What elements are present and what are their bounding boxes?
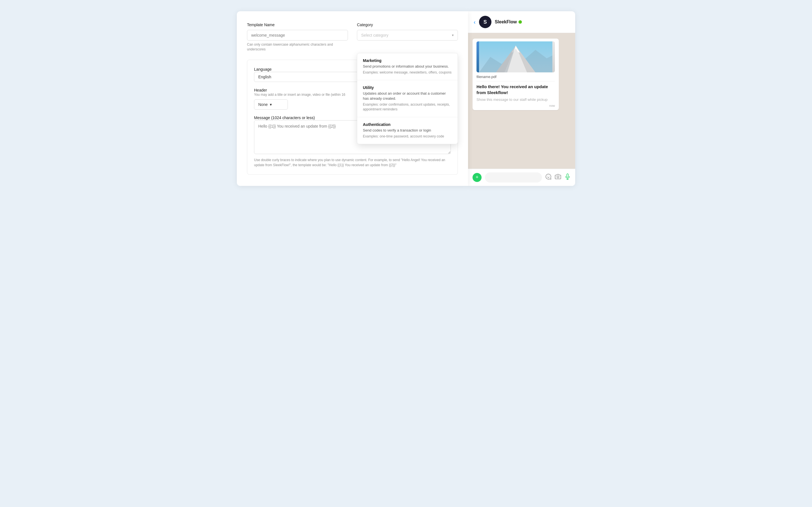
bubble-image	[476, 41, 555, 72]
auth-title: Authentication	[363, 122, 452, 127]
form-panel: Template Name Can only contain lowercase…	[237, 11, 468, 186]
utility-desc: Updates about an order or account that a…	[363, 91, 452, 101]
dropdown-item-utility[interactable]: Utility Updates about an order or accoun…	[357, 80, 458, 117]
category-dropdown-menu: Marketing Send promotions or information…	[357, 53, 458, 144]
category-select[interactable]: Select category ▾	[357, 30, 458, 41]
dropdown-item-marketing[interactable]: Marketing Send promotions or information…	[357, 53, 458, 80]
message-label: Message (1024 characters or less)	[254, 115, 315, 120]
back-arrow-icon[interactable]: ‹	[474, 19, 476, 25]
message-footer-hint: Use double curly braces to indicate wher…	[254, 158, 451, 168]
bubble-time: now	[476, 104, 555, 107]
bubble-title: Hello there! You received an update from…	[476, 83, 555, 96]
category-placeholder-text: Select category	[361, 33, 389, 38]
preview-panel: ‹ S SleekFlow	[468, 11, 575, 186]
camera-icon[interactable]	[555, 173, 561, 181]
mic-icon[interactable]	[564, 173, 571, 181]
top-form-row: Template Name Can only contain lowercase…	[247, 22, 458, 52]
bubble-body: Show this message to our staff while pic…	[476, 97, 555, 102]
template-name-hint: Can only contain lowercase alphanumeric …	[247, 42, 348, 52]
none-chevron-icon: ▾	[270, 102, 272, 107]
svg-point-7	[549, 176, 550, 176]
chat-name: SleekFlow	[495, 19, 522, 24]
avatar: S	[479, 16, 492, 28]
auth-examples: Examples: one-time password, account rec…	[363, 134, 452, 139]
chat-text-input[interactable]	[485, 172, 542, 182]
svg-point-8	[557, 176, 559, 178]
auth-desc: Send codes to verify a transaction or lo…	[363, 128, 452, 133]
none-label: None	[258, 102, 267, 107]
marketing-examples: Examples: welcome message, newsletters, …	[363, 70, 452, 75]
message-bubble: filename.pdf Hello there! You received a…	[472, 39, 559, 110]
marketing-title: Marketing	[363, 58, 452, 63]
template-name-group: Template Name Can only contain lowercase…	[247, 22, 348, 52]
chat-input-bar: +	[468, 169, 575, 186]
header-type-select[interactable]: None ▾	[254, 100, 288, 110]
dropdown-item-authentication[interactable]: Authentication Send codes to verify a tr…	[357, 117, 458, 144]
language-label: Language	[254, 67, 271, 71]
category-group: Category Select category ▾ Marketing Sen…	[357, 22, 458, 52]
chat-body: filename.pdf Hello there! You received a…	[468, 33, 575, 169]
add-attachment-button[interactable]: +	[472, 173, 481, 182]
page-container: Template Name Can only contain lowercase…	[237, 11, 575, 186]
utility-examples: Examples: order confirmations, account u…	[363, 102, 452, 112]
chat-header: ‹ S SleekFlow	[468, 11, 575, 33]
marketing-desc: Send promotions or information about you…	[363, 64, 452, 69]
sticker-icon[interactable]	[545, 173, 552, 181]
header-label: Header	[254, 88, 267, 93]
template-name-label: Template Name	[247, 22, 348, 27]
bubble-filename: filename.pdf	[476, 75, 555, 81]
svg-point-6	[547, 176, 548, 176]
template-name-input[interactable]	[247, 30, 348, 41]
chevron-down-icon: ▾	[452, 33, 454, 37]
category-label: Category	[357, 22, 458, 27]
online-status-dot	[518, 20, 522, 24]
utility-title: Utility	[363, 86, 452, 90]
